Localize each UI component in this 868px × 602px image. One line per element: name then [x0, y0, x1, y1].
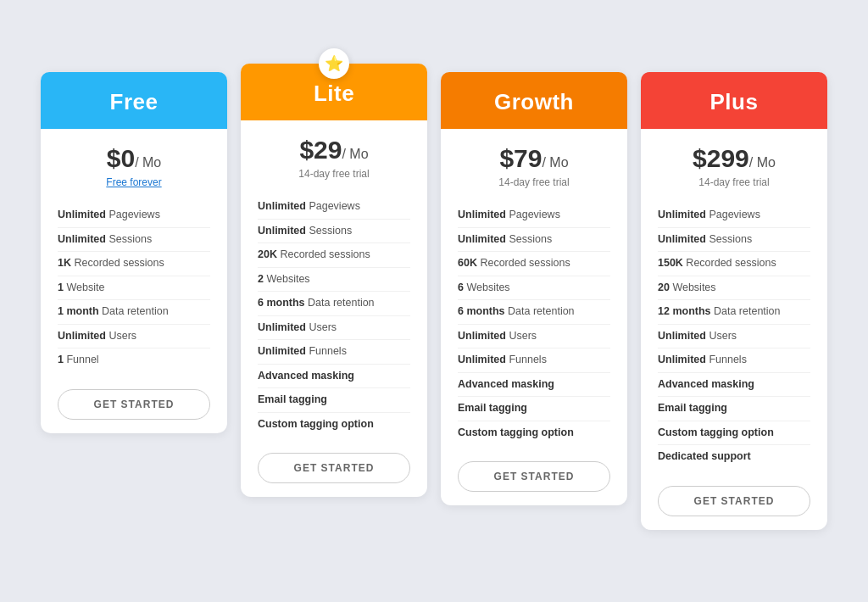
plan-name-free: Free: [54, 89, 214, 115]
feature-item: 1K Recorded sessions: [58, 252, 210, 276]
get-started-button-plus[interactable]: GET STARTED: [658, 486, 810, 516]
feature-item: Unlimited Sessions: [658, 228, 810, 253]
feature-item: 20 Websites: [658, 276, 810, 301]
plan-card-plus: Plus $299/ Mo 14-day free trial Unlimite…: [641, 72, 827, 530]
feature-item: 2 Websites: [258, 268, 410, 293]
price-amount: $0/ Mo: [107, 144, 162, 172]
price-amount: $79/ Mo: [499, 144, 568, 172]
plan-card-free: Free $0/ Mo Free forever Unlimited Pagev…: [41, 72, 227, 433]
feature-item: Advanced masking: [258, 365, 410, 389]
feature-item: 6 months Data retention: [258, 292, 410, 316]
feature-item: 6 months Data retention: [458, 300, 610, 325]
feature-item: Custom tagging option: [658, 421, 810, 446]
feature-item: 1 month Data retention: [58, 300, 210, 325]
featured-badge: ⭐: [319, 48, 349, 79]
feature-item: Unlimited Sessions: [258, 220, 410, 244]
plan-header-growth: Growth: [441, 72, 627, 129]
feature-item: Unlimited Users: [658, 325, 810, 349]
feature-item: Unlimited Pageviews: [458, 203, 610, 228]
plan-subtitle-lite: 14-day free trial: [258, 168, 410, 180]
plan-price-growth: $79/ Mo: [458, 144, 610, 173]
price-period: / Mo: [135, 155, 161, 170]
plan-header-plus: Plus: [641, 72, 827, 129]
feature-item: Advanced masking: [658, 373, 810, 398]
plan-body-plus: $299/ Mo 14-day free trial Unlimited Pag…: [641, 129, 827, 530]
feature-item: Custom tagging option: [458, 421, 610, 445]
features-list-free: Unlimited Pageviews Unlimited Sessions 1…: [58, 203, 210, 372]
price-amount: $29/ Mo: [299, 136, 368, 164]
price-period: / Mo: [542, 155, 568, 170]
feature-item: 1 Website: [58, 276, 210, 301]
feature-item: Email tagging: [458, 397, 610, 421]
feature-item: Unlimited Pageviews: [258, 195, 410, 220]
plan-name-growth: Growth: [454, 89, 614, 115]
feature-item: 150K Recorded sessions: [658, 252, 810, 276]
plan-price-free: $0/ Mo: [58, 144, 210, 173]
feature-item: Custom tagging option: [258, 413, 410, 437]
feature-item: Unlimited Users: [458, 325, 610, 349]
feature-item: Email tagging: [658, 397, 810, 421]
feature-item: Dedicated support: [658, 445, 810, 469]
plan-card-growth: Growth $79/ Mo 14-day free trial Unlimit…: [441, 72, 627, 505]
plan-header-free: Free: [41, 72, 227, 129]
feature-item: Unlimited Funnels: [258, 340, 410, 365]
feature-item: Unlimited Users: [58, 325, 210, 349]
feature-item: Unlimited Sessions: [458, 228, 610, 253]
plan-body-growth: $79/ Mo 14-day free trial Unlimited Page…: [441, 129, 627, 505]
feature-item: 60K Recorded sessions: [458, 252, 610, 276]
feature-item: Advanced masking: [458, 373, 610, 398]
pricing-container: Free $0/ Mo Free forever Unlimited Pagev…: [15, 38, 853, 564]
features-list-lite: Unlimited Pageviews Unlimited Sessions 2…: [258, 195, 410, 436]
feature-item: Unlimited Pageviews: [58, 203, 210, 228]
plan-price-plus: $299/ Mo: [658, 144, 810, 173]
feature-item: 20K Recorded sessions: [258, 243, 410, 268]
feature-item: 1 Funnel: [58, 348, 210, 372]
feature-item: 6 Websites: [458, 276, 610, 301]
feature-item: Email tagging: [258, 388, 410, 413]
feature-item: Unlimited Funnels: [458, 348, 610, 373]
price-period: / Mo: [749, 155, 776, 170]
price-period: / Mo: [342, 147, 368, 161]
plan-price-lite: $29/ Mo: [258, 136, 410, 164]
get-started-button-growth[interactable]: GET STARTED: [458, 461, 610, 492]
plan-subtitle-growth: 14-day free trial: [458, 176, 610, 188]
feature-item: Unlimited Sessions: [58, 228, 210, 253]
feature-item: Unlimited Pageviews: [658, 203, 810, 228]
plan-body-free: $0/ Mo Free forever Unlimited Pageviews …: [41, 129, 227, 433]
plan-name-plus: Plus: [654, 89, 814, 115]
plan-card-lite: ⭐ Lite $29/ Mo 14-day free trial Unlimit…: [241, 64, 427, 497]
features-list-plus: Unlimited Pageviews Unlimited Sessions 1…: [658, 203, 810, 469]
feature-item: Unlimited Users: [258, 316, 410, 341]
plan-name-lite: Lite: [254, 81, 414, 107]
price-amount: $299/ Mo: [693, 144, 776, 172]
get-started-button-free[interactable]: GET STARTED: [58, 389, 210, 420]
plan-body-lite: $29/ Mo 14-day free trial Unlimited Page…: [241, 120, 427, 497]
plan-subtitle-free: Free forever: [58, 176, 210, 188]
get-started-button-lite[interactable]: GET STARTED: [258, 453, 410, 483]
features-list-growth: Unlimited Pageviews Unlimited Sessions 6…: [458, 203, 610, 444]
plan-subtitle-plus: 14-day free trial: [658, 176, 810, 188]
feature-item: 12 months Data retention: [658, 300, 810, 325]
feature-item: Unlimited Funnels: [658, 348, 810, 373]
